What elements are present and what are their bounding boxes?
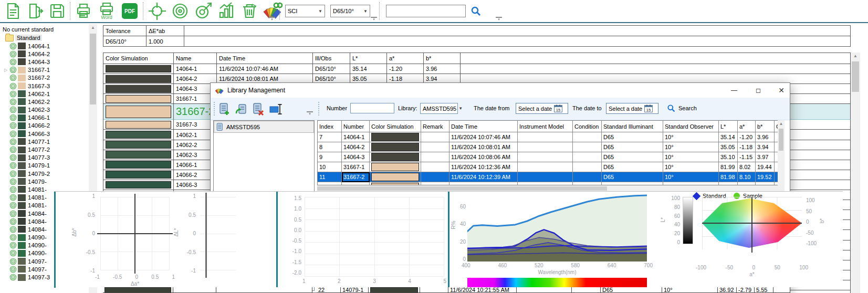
col-a[interactable]: a*: [387, 53, 424, 64]
col-date-time[interactable]: Date Time: [449, 121, 518, 132]
tree-item[interactable]: ▷ 14077-1: [0, 138, 89, 145]
col-index[interactable]: Index: [318, 121, 342, 132]
table-row[interactable]: 9 14064-3 11/6/2024 10:08:06 AM D65 10° …: [318, 152, 778, 162]
col-illobs[interactable]: Ill/Obs: [313, 53, 350, 64]
table-row[interactable]: 14064-1 11/6/2024 10:07:46 AM D65/10° 35…: [103, 64, 851, 74]
dialog-titlebar[interactable]: Library Management — ◻ ✕: [211, 83, 790, 98]
scrollbar-thumb[interactable]: [852, 61, 859, 92]
tree-root-standard[interactable]: Standard: [0, 34, 89, 42]
scrollbar-thumb[interactable]: [317, 186, 607, 191]
library-list-item[interactable]: AMSSTD595: [214, 121, 314, 133]
toolbar-overflow-icon[interactable]: [269, 17, 275, 21]
tree-item[interactable]: ▷ 14066-3: [0, 130, 89, 138]
library-delete-button[interactable]: [251, 102, 266, 117]
library-row-22-sliver[interactable]: 22 14079-1 11/6/2024 10:21:55 AM D65 10°…: [317, 287, 790, 293]
col-date-time[interactable]: Date Time: [217, 53, 313, 64]
col-l[interactable]: L*: [719, 121, 738, 132]
dialog-table-scrollbar[interactable]: ▲: [778, 120, 785, 185]
col-instrument-model[interactable]: Instrument Model: [518, 121, 573, 132]
date-to-picker[interactable]: Select a date 15: [606, 103, 658, 114]
tick-label: 0.0: [294, 228, 301, 233]
library-rename-button[interactable]: [269, 102, 284, 117]
open-exit-button[interactable]: [24, 1, 46, 22]
col-b[interactable]: b*: [756, 121, 775, 132]
col-remark[interactable]: Remark: [421, 121, 449, 132]
tree-item[interactable]: ▷ 14079-: [0, 177, 89, 185]
target-button[interactable]: [146, 1, 168, 22]
lightness-gradient-bar: [683, 197, 693, 244]
print-button[interactable]: [72, 1, 95, 22]
export-word-button[interactable]: Word: [96, 1, 118, 22]
scrollbar-thumb[interactable]: [90, 34, 96, 104]
database-icon: [216, 122, 224, 132]
sample-button[interactable]: [192, 1, 214, 22]
tree-item[interactable]: ▷ 14066-2: [0, 122, 89, 130]
tree-item[interactable]: ▷ 14062-3: [0, 106, 89, 114]
col-number[interactable]: Number: [342, 121, 370, 132]
tree-item[interactable]: ▷ 14064-3: [0, 58, 89, 66]
col-color-simulation[interactable]: Color Simulation: [370, 121, 421, 132]
col-name[interactable]: Name: [174, 53, 217, 64]
tick-label: 3: [373, 279, 376, 284]
tree-item[interactable]: ▷ 14079-1: [0, 162, 89, 170]
date-from-picker[interactable]: Select a date 15: [516, 103, 568, 114]
color-swatch: [371, 143, 419, 151]
search-input[interactable]: [386, 5, 466, 17]
tree-item[interactable]: ▷ 14064-2: [0, 50, 89, 58]
tree-item[interactable]: ▷ 14077-2: [0, 145, 89, 153]
scroll-up-icon[interactable]: ▲: [851, 53, 860, 60]
col-color-simulation[interactable]: Color Simulation: [103, 53, 174, 64]
minimize-button[interactable]: —: [725, 84, 743, 97]
main-scrollbar[interactable]: ▲: [851, 53, 860, 293]
library-import-button[interactable]: [234, 102, 249, 117]
col-condition[interactable]: Condition: [573, 121, 602, 132]
toolbar-overflow-icon[interactable]: [371, 17, 377, 21]
tolerance-illobs[interactable]: D65/10°: [103, 36, 147, 47]
library-add-button[interactable]: [217, 102, 232, 117]
chevron-down-icon: ▼: [318, 9, 322, 14]
deab-header[interactable]: ΔE*ab: [147, 26, 184, 36]
close-button[interactable]: ✕: [772, 84, 790, 97]
delete-button[interactable]: [238, 1, 260, 22]
standard-button[interactable]: [169, 1, 191, 22]
toolbar-overflow-icon[interactable]: [496, 17, 502, 21]
tree-item[interactable]: ▷ 14062-2: [0, 98, 89, 106]
toolstrip-overflow-icon[interactable]: [307, 111, 313, 116]
standard-node-icon: [9, 114, 17, 121]
table-row[interactable]: 11 31667-2 11/6/2024 10:12:39 AM D65 10°…: [318, 172, 778, 182]
col-a[interactable]: a*: [738, 121, 756, 132]
tree-item[interactable]: ▷ 31667-1: [0, 66, 89, 74]
col-standard-observer[interactable]: Standard Observer: [663, 121, 719, 132]
expander-icon[interactable]: ▷: [4, 68, 9, 72]
save-button[interactable]: [46, 1, 68, 22]
col-l[interactable]: L*: [350, 53, 387, 64]
tree-item[interactable]: ▷ 31667-2: [0, 74, 89, 82]
scrollbar-thumb[interactable]: [779, 129, 783, 151]
statistics-button[interactable]: [215, 1, 237, 22]
library-select[interactable]: AMSSTD595 ▼: [420, 103, 458, 114]
tree-item[interactable]: ▷ 14064-1: [0, 42, 89, 50]
table-row[interactable]: 10 31667-1 11/6/2024 10:12:36 AM D65 10°…: [318, 162, 778, 172]
row-datetime: 11/6/2024 10:08:01 AM: [449, 142, 518, 152]
illuminant-observer-select[interactable]: D65/10° ▼: [330, 5, 370, 17]
table-row[interactable]: 8 14064-2 11/6/2024 10:08:01 AM D65 10° …: [318, 142, 778, 152]
tolerance-value[interactable]: 1.000: [147, 36, 184, 47]
maximize-button[interactable]: ◻: [749, 84, 767, 97]
new-document-button[interactable]: [2, 1, 24, 22]
tree-item[interactable]: ▷ 14077-3: [0, 154, 89, 162]
export-pdf-button[interactable]: PDF: [119, 1, 141, 22]
number-input[interactable]: [350, 103, 394, 113]
scroll-up-icon[interactable]: ▲: [778, 120, 785, 128]
dialog-search-button[interactable]: Search: [667, 104, 697, 112]
sci-sce-select[interactable]: SCI ▼: [285, 5, 325, 17]
tree-item[interactable]: ▷ 14066-1: [0, 114, 89, 122]
search-button[interactable]: [470, 6, 481, 16]
tolerance-header[interactable]: Tolerance: [103, 26, 147, 36]
tree-item[interactable]: ▷ 14079-2: [0, 170, 89, 177]
col-b[interactable]: b*: [424, 53, 461, 64]
scroll-up-icon[interactable]: ▲: [89, 24, 97, 32]
tree-item[interactable]: ▷ 31667-3: [0, 82, 89, 90]
tree-item[interactable]: ▷ 14062-1: [0, 90, 89, 98]
col-standard-illuminant[interactable]: Standard Illuminant: [602, 121, 663, 132]
table-row[interactable]: 7 14064-1 11/6/2024 10:07:46 AM D65 10° …: [318, 132, 778, 142]
